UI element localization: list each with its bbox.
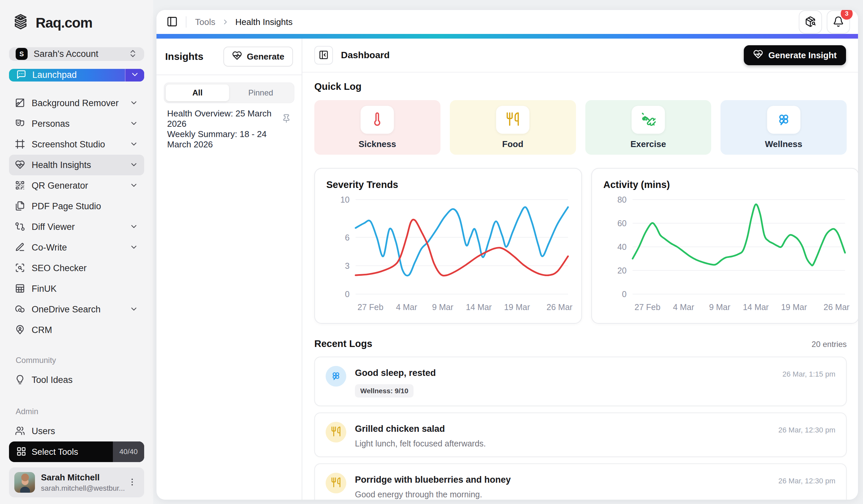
quick-log-icon-tile: [496, 106, 529, 134]
sidebar-item-label: SEO Checker: [32, 263, 138, 273]
quick-log-cards: Sickness Food: [314, 100, 847, 155]
quick-log-card[interactable]: Exercise: [585, 100, 712, 155]
quick-log-card[interactable]: Wellness: [721, 100, 847, 155]
svg-text:26 Mar: 26 Mar: [547, 302, 573, 312]
log-row[interactable]: Good sleep, rested Wellness: 9/10 26 Mar…: [314, 357, 847, 406]
sidebar-item-label: Screenshot Studio: [32, 139, 123, 150]
quick-log-card-label: Exercise: [630, 139, 666, 150]
heart-pulse-icon: [753, 49, 763, 62]
breadcrumb-tools-link[interactable]: Tools: [195, 17, 215, 27]
sidebar-item[interactable]: OneDrive Search: [9, 299, 144, 320]
sidebar-item[interactable]: Health Insights: [9, 155, 144, 175]
charts-row: Severity Trends 1063027 Feb4 Mar9 Mar14 …: [314, 168, 847, 324]
sidebar-item[interactable]: Diff Viewer: [9, 217, 144, 237]
log-subtitle: Good energy through the morning.: [355, 490, 770, 499]
package-search-button[interactable]: [799, 10, 822, 34]
users-icon: [15, 426, 25, 437]
sidebar-item[interactable]: FinUK: [9, 279, 144, 299]
tool-icon: [15, 160, 25, 171]
sidebar-item[interactable]: CRM: [9, 320, 144, 340]
category-icon: [641, 112, 655, 127]
svg-text:14 Mar: 14 Mar: [466, 302, 492, 312]
svg-text:80: 80: [617, 195, 627, 204]
insights-tab[interactable]: All: [166, 85, 229, 101]
sidebar-item[interactable]: Personas: [9, 114, 144, 134]
topbar: Tools Health Insights 3: [157, 10, 858, 34]
sidebar-item-users[interactable]: Users: [9, 421, 144, 441]
sidebar-toggle-button[interactable]: [166, 16, 178, 28]
insights-tab[interactable]: Pinned: [229, 85, 292, 101]
log-title: Porridge with blueberries and honey: [355, 475, 770, 485]
package-search-icon: [805, 16, 816, 28]
sidebar-item[interactable]: SEO Checker: [9, 258, 144, 279]
quick-log-card[interactable]: Food: [450, 100, 576, 155]
sidebar-item-label: Health Insights: [32, 160, 123, 170]
chevron-down-icon: [129, 119, 138, 129]
sidebar-item[interactable]: QR Generator: [9, 175, 144, 196]
tool-icon: [15, 325, 25, 336]
quick-log-card-label: Wellness: [765, 139, 802, 150]
sidebar-item-tool-ideas[interactable]: Tool Ideas: [9, 370, 144, 390]
chevron-down-icon: [129, 160, 138, 170]
quick-log-card-label: Sickness: [359, 139, 396, 150]
sidebar-item-label: Diff Viewer: [32, 222, 123, 232]
chevron-down-icon: [129, 305, 138, 314]
activity-card: Activity (mins) 80604020027 Feb4 Mar9 Ma…: [591, 168, 858, 324]
log-row[interactable]: Porridge with blueberries and honey Good…: [314, 463, 847, 500]
quick-log-card[interactable]: Sickness: [314, 100, 440, 155]
sidebar-item[interactable]: Co-Write: [9, 237, 144, 258]
insight-list-item[interactable]: Weekly Summary: 18 - 24 March 2026: [164, 130, 294, 148]
log-timestamp: 26 Mar, 12:30 pm: [778, 426, 835, 449]
dashboard-scroll-area: Quick Log Sickness: [302, 73, 858, 500]
chevron-down-icon: [129, 99, 138, 108]
insight-list-item[interactable]: Health Overview: 25 March 2026: [164, 110, 294, 128]
activity-chart: 80604020027 Feb4 Mar9 Mar14 Mar19 Mar26 …: [603, 194, 856, 318]
quick-log-icon-tile: [631, 106, 665, 134]
sidebar-item[interactable]: Screenshot Studio: [9, 134, 144, 155]
log-timestamp: 26 Mar, 12:30 pm: [778, 477, 835, 499]
quick-log-card-label: Food: [502, 139, 523, 150]
chevron-down-icon: [129, 140, 138, 150]
avatar: [14, 472, 35, 493]
entries-count: 20 entries: [812, 340, 847, 349]
chevron-down-icon: [130, 70, 139, 80]
svg-text:9 Mar: 9 Mar: [709, 302, 730, 312]
sidebar-item[interactable]: Background Remover: [9, 93, 144, 114]
chevrons-up-down-icon: [128, 49, 138, 59]
svg-text:3: 3: [345, 261, 350, 270]
launchpad-dropdown-toggle[interactable]: [125, 69, 144, 81]
svg-text:60: 60: [617, 219, 627, 228]
brand-name: Raq.com: [36, 15, 92, 31]
log-row[interactable]: Grilled chicken salad Light lunch, felt …: [314, 413, 847, 457]
tool-icon: [15, 283, 25, 294]
user-menu-button[interactable]: [126, 475, 139, 490]
log-title: Good sleep, rested: [355, 368, 774, 378]
sidebar-item-label: Co-Write: [32, 243, 123, 253]
tool-icon: [15, 242, 25, 253]
generate-button[interactable]: Generate: [223, 47, 293, 66]
account-switcher[interactable]: S Sarah's Account: [9, 47, 144, 61]
svg-text:27 Feb: 27 Feb: [358, 302, 384, 312]
generate-label: Generate: [247, 52, 284, 62]
sidebar-item[interactable]: PDF Page Studio: [9, 196, 144, 217]
select-tools-button[interactable]: Select Tools 40/40: [9, 441, 144, 462]
community-nav: Tool Ideas: [9, 370, 144, 390]
insight-list: Health Overview: 25 March 2026 Weekly Su…: [157, 106, 302, 152]
notifications-button[interactable]: 3: [827, 10, 850, 34]
svg-text:10: 10: [340, 195, 350, 204]
recent-logs-heading: Recent Logs: [314, 338, 372, 349]
divider: [186, 16, 186, 28]
more-vertical-icon: [127, 483, 137, 488]
sidebar: Raq.com S Sarah's Account Launchpad Back…: [0, 0, 153, 504]
launchpad-button[interactable]: Launchpad: [9, 69, 144, 81]
insights-panel-toggle[interactable]: [314, 46, 333, 65]
svg-text:14 Mar: 14 Mar: [743, 302, 769, 312]
sidebar-bottom: Select Tools 40/40 Sarah Mitchell sarah.…: [9, 441, 144, 497]
admin-section-label: Admin: [16, 407, 144, 416]
chart-title: Severity Trends: [326, 179, 579, 190]
generate-insight-button[interactable]: Generate Insight: [744, 45, 846, 65]
tool-icon: [15, 263, 25, 274]
pin-icon: [282, 114, 291, 124]
user-card[interactable]: Sarah Mitchell sarah.mitchell@westbur...: [9, 467, 144, 497]
tool-icon: [15, 98, 25, 109]
